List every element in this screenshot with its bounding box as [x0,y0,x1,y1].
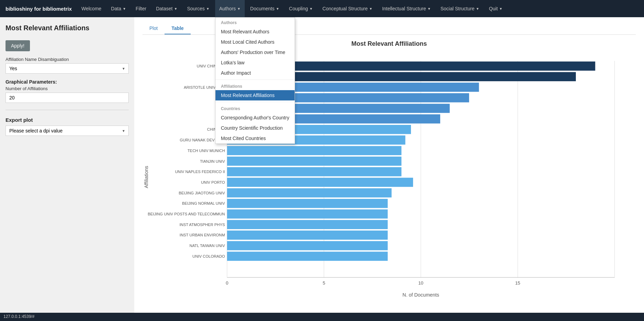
tab-table[interactable]: Table [165,23,191,34]
svg-rect-40 [227,220,388,229]
menu-author-impact[interactable]: Author Impact [215,68,295,78]
num-affiliations-label: Number of Affiliations [6,86,129,91]
svg-rect-44 [227,241,388,250]
num-affiliations-input[interactable] [6,93,129,103]
nav-welcome[interactable]: Welcome [77,0,106,17]
svg-text:UNIV NAPLES FEDERICO II: UNIV NAPLES FEDERICO II [175,170,225,174]
divider-1 [215,79,295,80]
brand: biblioshiny for bibliometrix [6,6,72,12]
nav-intellectual[interactable]: Intellectual Structure ▼ [378,0,435,17]
svg-text:BEIJING JIAOTONG UNIV: BEIJING JIAOTONG UNIV [179,191,225,195]
affil-label: Affiliation Name Disambiguation [6,57,129,62]
menu-corresponding-author-country[interactable]: Corresponding Author's Country [215,113,295,123]
svg-text:15: 15 [515,280,520,286]
statusbar: 127.0.0.1:4539/# [0,313,644,321]
nav-documents[interactable]: Documents ▼ [246,0,284,17]
svg-text:TECH UNIV MUNICH: TECH UNIV MUNICH [188,149,225,153]
nav-conceptual[interactable]: Conceptual Structure ▼ [318,0,377,17]
svg-text:INST URBAN ENVIRONM: INST URBAN ENVIRONM [180,233,225,237]
y-axis-label: Affiliations [144,166,149,188]
menu-most-relevant-authors[interactable]: Most Relevant Authors [215,26,295,37]
svg-text:BEIJING UNIV POSTS AND TELECOM: BEIJING UNIV POSTS AND TELECOMMUN [148,212,225,216]
sidebar-title: Most Relevant Affiliations [6,24,129,32]
affil-disambiguation-section: Affiliation Name Disambiguation Yes No [6,57,129,74]
navbar: biblioshiny for bibliometrix Welcome Dat… [0,0,644,17]
main-layout: Most Relevant Affiliations Apply! Affili… [0,17,644,313]
nav-dataset[interactable]: Dataset ▼ [152,0,181,17]
menu-most-cited-countries[interactable]: Most Cited Countries [215,133,295,143]
apply-button[interactable]: Apply! [6,40,30,51]
nav-data[interactable]: Data ▼ [107,0,130,17]
menu-most-local-cited-authors[interactable]: Most Local Cited Authors [215,37,295,47]
content-area: Plot Table Most Relevant Affiliations Af… [134,17,644,313]
nav-authors-dropdown: Authors ▼ Authors Most Relevant Authors … [215,0,245,17]
svg-text:UNIV COLORADO: UNIV COLORADO [192,254,225,258]
svg-text:INST ATMOSPHER PHYS: INST ATMOSPHER PHYS [179,223,225,227]
nav-quit[interactable]: Quit ▼ [485,0,507,17]
svg-rect-38 [227,210,388,219]
nav-filter[interactable]: Filter [131,0,150,17]
section-countries: Countries [215,104,295,113]
svg-rect-32 [227,178,413,187]
export-section: Export plot Please select a dpi value 72… [6,117,129,136]
sidebar: Most Relevant Affiliations Apply! Affili… [0,17,134,313]
svg-rect-36 [227,199,388,208]
menu-most-relevant-affiliations[interactable]: Most Relevant Affiliations [215,90,295,100]
svg-text:BEIJING NORMAL UNIV: BEIJING NORMAL UNIV [182,201,225,205]
section-authors: Authors [215,18,295,26]
svg-text:10: 10 [418,280,423,286]
affil-select-wrapper: Yes No [6,63,129,74]
svg-text:N. of Documents: N. of Documents [402,292,439,298]
sidebar-header: Most Relevant Affiliations [6,24,129,35]
section-affiliations: Affiliations [215,81,295,90]
authors-menu: Authors Most Relevant Authors Most Local… [215,17,295,144]
svg-rect-34 [227,188,392,197]
graphical-params-label: Graphical Parameters: [6,79,129,85]
export-dpi-select[interactable]: Please select a dpi value 72 dpi 150 dpi… [6,126,129,136]
nav-coupling[interactable]: Coupling ▼ [285,0,317,17]
statusbar-text: 127.0.0.1:4539/# [3,314,34,319]
nav-social[interactable]: Social Structure ▼ [436,0,484,17]
svg-rect-26 [227,146,402,155]
svg-text:NATL TAIWAN UNIV: NATL TAIWAN UNIV [190,244,225,248]
divider-2 [215,102,295,102]
nav-authors-btn[interactable]: Authors ▼ [215,0,245,17]
svg-text:UNIV PORTO: UNIV PORTO [201,180,225,184]
svg-text:0: 0 [226,280,228,286]
svg-rect-30 [227,167,402,176]
svg-rect-46 [227,252,388,261]
menu-country-scientific-production[interactable]: Country Scientific Production [215,123,295,133]
apply-section: Apply! [6,40,129,51]
nav-sources[interactable]: Sources ▼ [183,0,213,17]
tab-plot[interactable]: Plot [142,23,165,34]
svg-rect-42 [227,231,388,240]
section-divider [6,110,129,110]
export-label: Export plot [6,117,129,123]
affil-select[interactable]: Yes No [6,63,129,74]
graphical-params-section: Graphical Parameters: Number of Affiliat… [6,79,129,103]
export-select-wrapper: Please select a dpi value 72 dpi 150 dpi… [6,126,129,136]
menu-lotkas-law[interactable]: Lotka's law [215,57,295,68]
svg-rect-28 [227,157,402,166]
svg-text:TIANJIN UNIV: TIANJIN UNIV [200,159,225,163]
svg-text:5: 5 [323,280,325,286]
menu-authors-production[interactable]: Authors' Production over Time [215,47,295,57]
